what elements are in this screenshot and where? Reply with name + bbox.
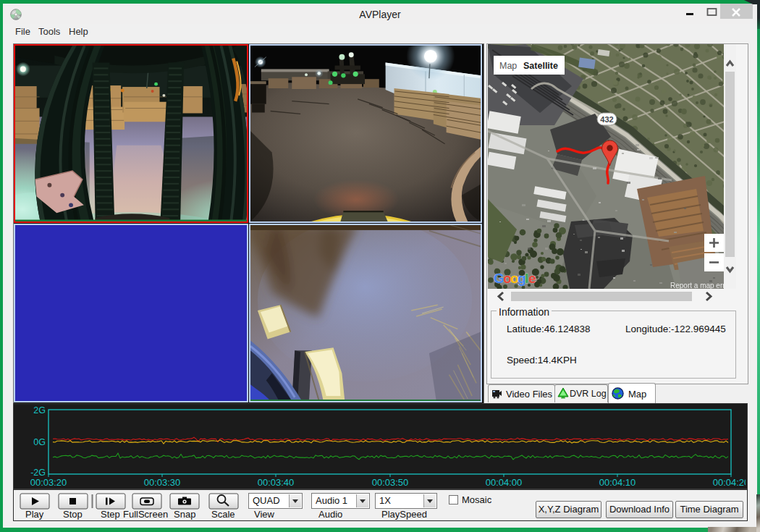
svg-text:432: 432 bbox=[600, 115, 613, 124]
svg-text:00:04:00: 00:04:00 bbox=[486, 477, 523, 487]
svg-text:-2G: -2G bbox=[30, 468, 46, 478]
svg-text:0G: 0G bbox=[33, 437, 46, 447]
svg-text:Satellite: Satellite bbox=[523, 61, 558, 71]
svg-text:2G: 2G bbox=[33, 405, 46, 415]
svg-text:00:03:30: 00:03:30 bbox=[144, 477, 181, 487]
svg-text:00:03:40: 00:03:40 bbox=[258, 477, 295, 487]
svg-text:Map: Map bbox=[499, 61, 517, 71]
svg-text:00:03:50: 00:03:50 bbox=[372, 477, 409, 487]
svg-text:00:03:20: 00:03:20 bbox=[30, 477, 67, 487]
svg-text:e: e bbox=[528, 271, 536, 286]
svg-text:Report a map err: Report a map err bbox=[670, 282, 724, 289]
svg-text:00:04:10: 00:04:10 bbox=[599, 477, 636, 487]
svg-text:00:04:20: 00:04:20 bbox=[713, 477, 746, 487]
